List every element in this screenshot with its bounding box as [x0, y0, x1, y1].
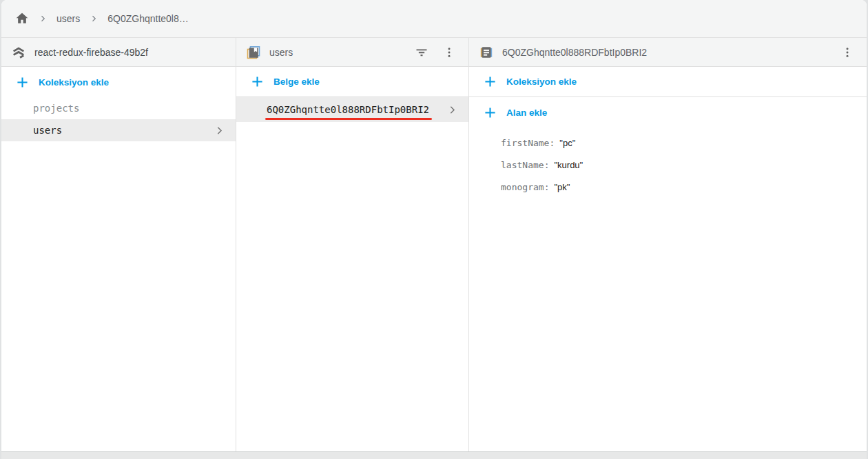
plus-icon	[17, 76, 28, 88]
add-collection-label: Koleksiyon ekle	[39, 77, 109, 88]
breadcrumb-item-users[interactable]: users	[56, 13, 80, 24]
add-document-label: Belge ekle	[273, 76, 320, 87]
chevron-right-icon	[90, 14, 98, 23]
add-subcollection-button[interactable]: Koleksiyon ekle	[469, 67, 867, 97]
document-id: 6Q0ZGhqntte0l888RDFbtIp0BRI2	[267, 104, 429, 115]
document-title: 6Q0ZGhqntte0l888RDFbtIp0BRI2	[502, 47, 829, 58]
add-document-button[interactable]: Belge ekle	[236, 67, 468, 97]
fields-list: firstName: "pc" lastName: "kurdu" monogr…	[469, 127, 867, 198]
field-row-firstName[interactable]: firstName: "pc"	[501, 132, 867, 154]
field-value: "pc"	[559, 138, 575, 148]
field-value: "kurdu"	[554, 160, 583, 170]
collection-row-users[interactable]: users	[1, 119, 236, 141]
panels-container: react-redux-firebase-49b2f Koleksiyon ek…	[1, 38, 867, 451]
collection-panel: users Belge ekle 6Q0ZGhqntte0l888RDFbtIp…	[236, 38, 469, 451]
plus-icon	[484, 76, 496, 88]
filter-icon[interactable]	[412, 43, 431, 62]
field-name: lastName	[501, 160, 544, 170]
document-icon	[479, 45, 494, 60]
breadcrumb: users 6Q0ZGhqntte0l8…	[1, 0, 867, 38]
document-row[interactable]: 6Q0ZGhqntte0l888RDFbtIp0BRI2	[236, 97, 468, 122]
database-title: react-redux-firebase-49b2f	[34, 47, 226, 58]
collection-icon	[246, 45, 261, 60]
field-row-monogram[interactable]: monogram: "pk"	[501, 176, 867, 198]
breadcrumb-item-document[interactable]: 6Q0ZGhqntte0l8…	[107, 13, 189, 24]
document-panel-header: 6Q0ZGhqntte0l888RDFbtIp0BRI2	[469, 38, 867, 67]
more-vertical-icon[interactable]	[440, 43, 459, 62]
home-icon[interactable]	[15, 12, 29, 26]
plus-icon	[484, 107, 496, 119]
field-row-lastName[interactable]: lastName: "kurdu"	[501, 154, 867, 176]
field-name: monogram	[501, 182, 544, 192]
plus-icon	[251, 76, 263, 88]
database-panel-header: react-redux-firebase-49b2f	[1, 38, 236, 67]
more-vertical-icon[interactable]	[838, 43, 857, 62]
collection-title: users	[269, 47, 404, 58]
database-panel: react-redux-firebase-49b2f Koleksiyon ek…	[1, 38, 236, 451]
add-subcollection-label: Koleksiyon ekle	[506, 76, 577, 87]
field-value: "pk"	[554, 182, 570, 192]
document-panel: 6Q0ZGhqntte0l888RDFbtIp0BRI2 Koleksiyon …	[469, 38, 867, 451]
add-field-button[interactable]: Alan ekle	[469, 97, 867, 127]
chevron-right-icon	[447, 105, 457, 115]
firestore-panel-card: users 6Q0ZGhqntte0l8… react-redux-fireba…	[1, 0, 867, 459]
field-name: firstName	[501, 138, 549, 148]
add-collection-button[interactable]: Koleksiyon ekle	[1, 67, 236, 97]
annotation-underline	[265, 118, 432, 121]
horizontal-scrollbar[interactable]	[1, 451, 867, 459]
collection-row-projects[interactable]: projects	[1, 97, 236, 119]
chevron-right-icon	[39, 14, 47, 23]
add-field-label: Alan ekle	[506, 108, 547, 118]
chevron-right-icon	[214, 125, 225, 136]
firestore-database-icon	[11, 45, 26, 60]
collection-panel-header: users	[236, 38, 468, 67]
